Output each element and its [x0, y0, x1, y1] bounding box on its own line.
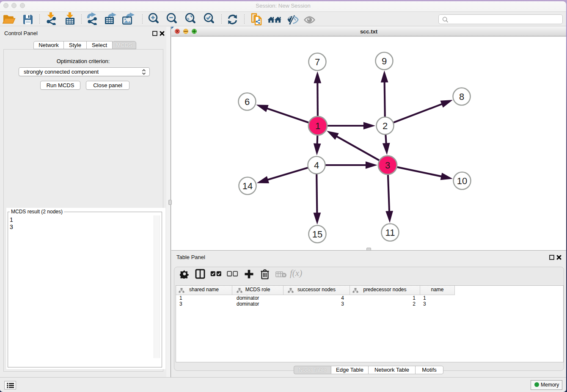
svg-text:10: 10 — [457, 176, 467, 186]
svg-text:3: 3 — [385, 160, 390, 171]
svg-text:1: 1 — [315, 121, 320, 131]
svg-text:8: 8 — [459, 91, 464, 102]
svg-text:15: 15 — [312, 229, 322, 240]
svg-text:14: 14 — [242, 181, 253, 191]
svg-text:6: 6 — [245, 97, 250, 107]
svg-text:9: 9 — [382, 56, 387, 66]
svg-text:11: 11 — [385, 227, 395, 238]
svg-text:7: 7 — [315, 57, 320, 67]
svg-text:4: 4 — [314, 160, 319, 171]
svg-text:2: 2 — [383, 121, 388, 131]
